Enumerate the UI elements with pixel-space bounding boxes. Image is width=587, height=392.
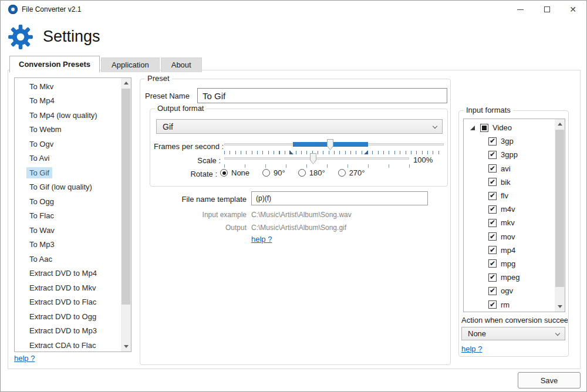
tree-item[interactable]: bik (464, 175, 555, 189)
tree-root-row[interactable]: Video (464, 121, 555, 134)
scroll-down-icon[interactable] (124, 345, 129, 348)
radio-label: 90° (274, 168, 285, 177)
input-formats-help-link[interactable]: help ? (461, 344, 482, 353)
format-checkbox[interactable] (488, 151, 497, 159)
radio-icon (220, 169, 228, 177)
close-button[interactable]: ✕ (563, 1, 583, 18)
list-item[interactable]: To Aac (15, 252, 121, 266)
format-label: ogv (501, 286, 513, 295)
tree-item[interactable]: flv (464, 189, 555, 202)
tree-scrollbar[interactable] (555, 119, 565, 312)
preset-groupbox: Preset Preset Name Output format Gif Fra… (140, 79, 451, 365)
list-item[interactable]: To Gif (15, 165, 121, 180)
preset-name-input[interactable] (197, 88, 447, 103)
format-label: mpg (501, 259, 515, 268)
tree-item[interactable]: avi (464, 162, 555, 175)
tree-item[interactable]: rm (464, 298, 555, 311)
list-item[interactable]: To Ogv (15, 137, 121, 151)
output-example-value: C:\Music\Artist\Album\Song.gif (251, 224, 346, 232)
list-item[interactable]: Extract DVD to Ogg (15, 309, 121, 324)
tree-item[interactable]: m4v (464, 202, 555, 216)
file-template-input[interactable] (251, 191, 428, 205)
rotate-radio-option[interactable]: None (220, 168, 249, 177)
format-checkbox[interactable] (488, 137, 497, 146)
input-formats-groupbox: Input formats Video 3gp (458, 110, 569, 357)
scroll-thumb[interactable] (555, 130, 564, 287)
list-item[interactable]: Extract DVD to Mp3 (15, 324, 121, 339)
output-format-select[interactable]: Gif (156, 119, 443, 134)
tab-about[interactable]: About (161, 58, 202, 72)
format-checkbox[interactable] (488, 259, 497, 268)
list-item[interactable]: Extract DVD to Mkv (15, 281, 121, 295)
format-checkbox[interactable] (488, 287, 497, 295)
expander-icon[interactable] (470, 126, 475, 130)
list-item-label: To Mp4 (low quality) (26, 110, 100, 121)
template-help-link[interactable]: help ? (251, 235, 272, 244)
save-button[interactable]: Save (518, 372, 581, 388)
minimize-icon (517, 9, 524, 10)
format-checkbox[interactable] (488, 300, 497, 309)
action-on-success-select[interactable]: None (461, 327, 565, 340)
list-item-label: To Gif (26, 167, 52, 178)
video-checkbox[interactable] (480, 124, 488, 132)
preset-list-scrollbar[interactable] (121, 78, 131, 352)
scale-slider[interactable] (224, 153, 409, 164)
list-item[interactable]: Extract CDA to Flac (15, 338, 121, 352)
rotate-radio-option[interactable]: 180° (298, 168, 325, 177)
gear-icon (8, 24, 33, 50)
list-item[interactable]: To Webm (15, 123, 121, 137)
format-checkbox[interactable] (488, 192, 497, 200)
list-item[interactable]: Extract DVD to Mp4 (15, 266, 121, 281)
list-item[interactable]: To Mkv (15, 79, 121, 94)
format-checkbox[interactable] (488, 164, 497, 173)
fps-slider-thumb[interactable] (327, 139, 333, 150)
rotate-radio-option[interactable]: 90° (262, 168, 285, 177)
list-item[interactable]: To Mp4 (15, 94, 121, 109)
input-formats-tree[interactable]: Video 3gp 3gpp (463, 119, 565, 312)
tree-item[interactable]: mpg (464, 257, 555, 271)
tree-item[interactable]: mp4 (464, 244, 555, 257)
tab-conversion-presets[interactable]: Conversion Presets (9, 56, 100, 73)
list-item-label: To Flac (26, 210, 57, 221)
format-checkbox[interactable] (488, 246, 497, 254)
format-checkbox[interactable] (488, 273, 497, 282)
list-item-label: Extract DVD to Mp4 (26, 268, 100, 279)
list-item[interactable]: To Wav (15, 223, 121, 238)
format-checkbox[interactable] (488, 232, 497, 241)
preset-listbox[interactable]: To Mkv To Mp4 To Mp4 (low quality) To We… (14, 77, 131, 352)
tree-item[interactable]: mkv (464, 216, 555, 229)
tree-item[interactable]: mov (464, 230, 555, 244)
scroll-down-icon[interactable] (558, 305, 562, 308)
tree-item[interactable]: 3gp (464, 134, 555, 148)
format-checkbox[interactable] (488, 219, 497, 227)
scroll-up-icon[interactable] (124, 82, 129, 85)
radio-label: 270° (349, 168, 365, 177)
scroll-thumb[interactable] (122, 89, 130, 305)
list-item[interactable]: To Mp4 (low quality) (15, 108, 121, 123)
presets-help-link[interactable]: help ? (14, 354, 35, 363)
scale-slider-ticks (224, 164, 410, 168)
format-checkbox[interactable] (488, 205, 497, 214)
list-item[interactable]: To Flac (15, 209, 121, 224)
radio-label: 180° (309, 168, 325, 177)
list-item[interactable]: To Avi (15, 151, 121, 166)
rotate-radio-option[interactable]: 270° (338, 168, 365, 177)
list-item[interactable]: To Ogg (15, 194, 121, 209)
scale-slider-thumb[interactable] (310, 153, 316, 164)
minimize-button[interactable] (510, 1, 530, 18)
format-checkbox[interactable] (488, 178, 497, 186)
page-title: Settings (43, 28, 100, 46)
preset-name-label: Preset Name (145, 92, 190, 100)
list-item[interactable]: To Gif (low quality) (15, 180, 121, 195)
list-item[interactable]: To Mp3 (15, 238, 121, 252)
radio-label: None (231, 168, 249, 177)
list-item[interactable]: Extract DVD to Flac (15, 295, 121, 310)
tree-item[interactable]: 3gpp (464, 148, 555, 161)
tree-item[interactable]: mpeg (464, 271, 555, 284)
tab-application[interactable]: Application (101, 58, 160, 72)
maximize-button[interactable] (537, 1, 557, 18)
fps-slider[interactable] (224, 139, 444, 150)
scroll-up-icon[interactable] (558, 123, 562, 126)
radio-icon (262, 169, 270, 177)
tree-item[interactable]: ogv (464, 284, 555, 298)
